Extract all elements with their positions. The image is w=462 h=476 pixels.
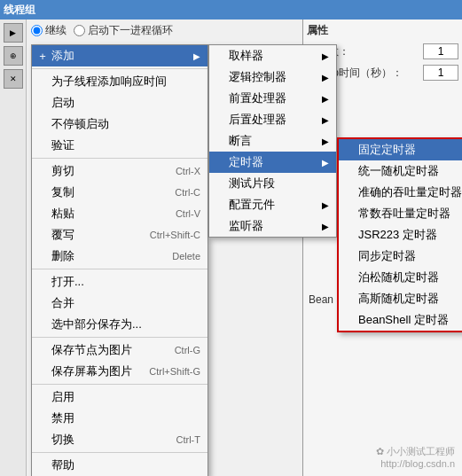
menu-item-precise-throughput-timer[interactable]: 准确的吞吐量定时器 bbox=[339, 182, 462, 203]
separator-5 bbox=[32, 384, 208, 385]
sampler-arrow-icon: ▶ bbox=[322, 51, 329, 61]
constant-throughput-timer-label: 常数吞吐量定时器 bbox=[358, 206, 450, 222]
save-partial-label: 选中部分保存为... bbox=[51, 316, 142, 332]
pre-processor-arrow-icon: ▶ bbox=[322, 94, 329, 104]
loop-radio[interactable] bbox=[74, 25, 85, 36]
disable-label: 禁用 bbox=[51, 410, 74, 426]
menu-item-toggle[interactable]: 切换 Ctrl-T bbox=[32, 429, 208, 450]
test-fragment-label: 测试片段 bbox=[229, 176, 275, 191]
menu-item-enable[interactable]: 启用 bbox=[32, 386, 208, 408]
start-no-pause-label: 不停顿启动 bbox=[51, 116, 109, 132]
menu-item-sampler[interactable]: 取样器 ▶ bbox=[209, 45, 336, 66]
menu-item-timer[interactable]: 定时器 ▶ bbox=[209, 152, 336, 173]
separator-3 bbox=[32, 269, 208, 269]
continue-area: 继续 启动下一进程循环 bbox=[31, 23, 173, 38]
help-label: 帮助 bbox=[51, 457, 74, 473]
sampler-label: 取样器 bbox=[229, 48, 263, 64]
menu-item-open[interactable]: 打开... bbox=[32, 271, 208, 293]
separator-1 bbox=[32, 68, 208, 69]
menu-item-pre-processor[interactable]: 前置处理器 ▶ bbox=[209, 88, 336, 109]
menu-item-beanshell-timer[interactable]: BeanShell 定时器 bbox=[339, 309, 462, 331]
cut-shortcut: Ctrl-X bbox=[176, 166, 200, 176]
sidebar-icon-2[interactable]: ⊕ bbox=[4, 46, 23, 66]
logic-ctrl-arrow-icon: ▶ bbox=[322, 73, 329, 82]
menu-item-test-fragment[interactable]: 测试片段 bbox=[209, 173, 336, 194]
separator-6 bbox=[32, 452, 208, 453]
open-label: 打开... bbox=[51, 274, 84, 290]
add-icon: + bbox=[35, 49, 50, 63]
watermark-icon: ✿ 小小测试工程师 bbox=[376, 445, 455, 458]
sidebar-icon-3[interactable]: ✕ bbox=[4, 69, 23, 89]
menu-item-paste[interactable]: 粘贴 Ctrl-V bbox=[32, 203, 208, 224]
top-bar: 线程组 bbox=[0, 0, 462, 20]
delete-shortcut: Delete bbox=[172, 251, 200, 261]
menu-item-add[interactable]: + 添加 ▶ bbox=[32, 45, 208, 66]
menu-item-gaussian-random-timer[interactable]: 高斯随机定时器 bbox=[339, 288, 462, 309]
jsr223-timer-label: JSR223 定时器 bbox=[358, 227, 437, 243]
menu-item-uniform-random-timer[interactable]: 统一随机定时器 bbox=[339, 160, 462, 182]
menu-item-listener[interactable]: 监听器 ▶ bbox=[209, 215, 336, 237]
app-title: 线程组 bbox=[4, 3, 35, 18]
start-label: 启动 bbox=[51, 95, 74, 111]
sync-timer-label: 同步定时器 bbox=[358, 248, 416, 264]
left-sidebar: ▶ ⊕ ✕ bbox=[0, 20, 27, 476]
sidebar-icon-1[interactable]: ▶ bbox=[4, 23, 23, 43]
menu-item-cut[interactable]: 剪切 Ctrl-X bbox=[32, 160, 208, 182]
menu-item-save-screen-img[interactable]: 保存屏幕为图片 Ctrl+Shift-G bbox=[32, 361, 208, 382]
toggle-shortcut: Ctrl-T bbox=[176, 434, 201, 445]
menu-item-copy[interactable]: 复制 Ctrl-C bbox=[32, 182, 208, 203]
continue-option[interactable]: 继续 bbox=[31, 23, 67, 38]
assertion-label: 断言 bbox=[229, 133, 252, 149]
copy-label: 复制 bbox=[51, 184, 74, 200]
menu-item-validate[interactable]: 验证 bbox=[32, 135, 208, 156]
copy-shortcut: Ctrl-C bbox=[175, 187, 200, 198]
separator-4 bbox=[32, 337, 208, 338]
menu-item-jsr223-timer[interactable]: JSR223 定时器 bbox=[339, 224, 462, 246]
poisson-random-timer-label: 泊松随机定时器 bbox=[358, 269, 439, 285]
menu-item-add-response-time[interactable]: 为子线程添加响应时间 bbox=[32, 71, 208, 92]
pre-processor-label: 前置处理器 bbox=[229, 90, 286, 106]
menu-item-merge[interactable]: 合并 bbox=[32, 293, 208, 314]
thread-count-input[interactable] bbox=[423, 43, 458, 59]
menu-item-start-no-pause[interactable]: 不停顿启动 bbox=[32, 113, 208, 135]
config-element-arrow-icon: ▶ bbox=[322, 200, 329, 210]
add-response-time-label: 为子线程添加响应时间 bbox=[51, 74, 167, 90]
separator-2 bbox=[32, 158, 208, 159]
menu-add-label: 添加 bbox=[51, 48, 74, 64]
watermark-url: http://blog.csdn.n bbox=[376, 458, 455, 469]
add-arrow-icon: ▶ bbox=[193, 51, 200, 61]
menu-item-fixed-timer[interactable]: 固定定时器 bbox=[339, 139, 462, 160]
menu-item-save-node-img[interactable]: 保存节点为图片 Ctrl-G bbox=[32, 339, 208, 361]
save-node-img-shortcut: Ctrl-G bbox=[175, 345, 200, 355]
timer-arrow-icon: ▶ bbox=[322, 158, 329, 168]
menu-item-save-partial[interactable]: 选中部分保存为... bbox=[32, 314, 208, 335]
rampup-input[interactable] bbox=[423, 65, 458, 81]
menu-item-post-processor[interactable]: 后置处理器 ▶ bbox=[209, 109, 336, 130]
menu-item-assertion[interactable]: 断言 ▶ bbox=[209, 130, 336, 152]
listener-arrow-icon: ▶ bbox=[322, 222, 329, 231]
menu-item-delete[interactable]: 删除 Delete bbox=[32, 246, 208, 267]
menu-item-config-element[interactable]: 配置元件 ▶ bbox=[209, 194, 336, 215]
save-screen-img-label: 保存屏幕为图片 bbox=[51, 363, 132, 379]
menu-item-sync-timer[interactable]: 同步定时器 bbox=[339, 246, 462, 267]
context-menu-level3: 固定定时器 统一随机定时器 准确的吞吐量定时器 常数吞吐量定时器 JSR223 … bbox=[337, 137, 462, 332]
delete-label: 删除 bbox=[51, 248, 74, 264]
menu-item-overwrite[interactable]: 覆写 Ctrl+Shift-C bbox=[32, 224, 208, 246]
enable-label: 启用 bbox=[51, 389, 74, 405]
merge-label: 合并 bbox=[51, 295, 74, 311]
validate-label: 验证 bbox=[51, 137, 74, 153]
overwrite-label: 覆写 bbox=[51, 227, 74, 243]
menu-item-help[interactable]: 帮助 bbox=[32, 455, 208, 476]
timer-label: 定时器 bbox=[229, 154, 263, 170]
cut-label: 剪切 bbox=[51, 163, 74, 179]
menu-item-poisson-random-timer[interactable]: 泊松随机定时器 bbox=[339, 267, 462, 288]
uniform-random-timer-label: 统一随机定时器 bbox=[358, 163, 439, 179]
beanshell-timer-label: BeanShell 定时器 bbox=[358, 312, 449, 328]
menu-item-disable[interactable]: 禁用 bbox=[32, 408, 208, 429]
menu-item-start[interactable]: 启动 bbox=[32, 92, 208, 113]
continue-radio[interactable] bbox=[31, 25, 43, 36]
continue-label: 继续 bbox=[45, 23, 67, 38]
menu-item-constant-throughput-timer[interactable]: 常数吞吐量定时器 bbox=[339, 203, 462, 224]
loop-option[interactable]: 启动下一进程循环 bbox=[74, 23, 173, 38]
menu-item-logic-ctrl[interactable]: 逻辑控制器 ▶ bbox=[209, 66, 336, 88]
